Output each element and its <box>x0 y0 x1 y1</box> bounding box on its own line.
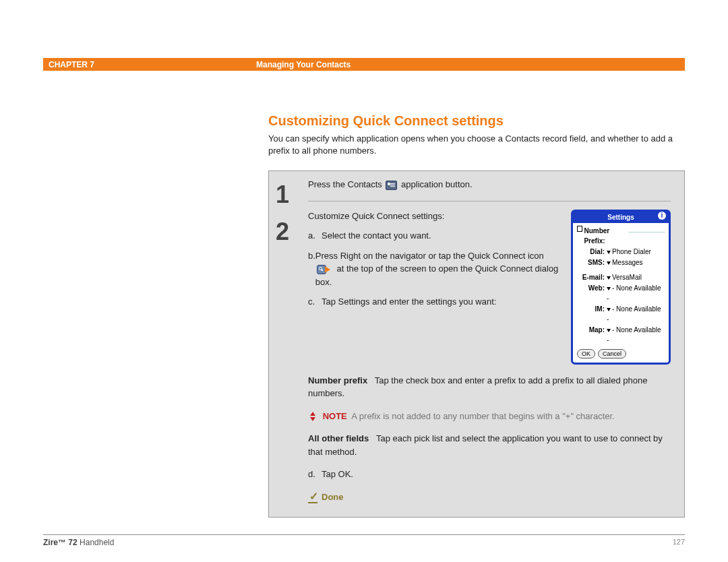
intro-text: You can specify which application opens … <box>268 133 685 157</box>
note-icon <box>308 412 317 421</box>
info-icon: i <box>658 212 666 220</box>
chapter-label: CHAPTER 7 <box>49 60 94 69</box>
page-number: 127 <box>673 538 685 547</box>
section-title: Customizing Quick Connect settings <box>268 113 685 129</box>
chevron-down-icon[interactable] <box>607 308 611 311</box>
email-value: VersaMail <box>612 274 642 281</box>
aof-inline-label: All other fields <box>308 433 369 443</box>
sub-b-letter: b. <box>308 249 315 289</box>
chevron-down-icon[interactable] <box>607 261 611 265</box>
step-1-a: Press the Contacts <box>308 179 384 189</box>
quick-connect-icon <box>317 265 333 274</box>
done-row: Done <box>308 491 671 504</box>
im-value: - None Available - <box>607 305 661 323</box>
done-check-icon <box>308 493 317 502</box>
sub-d-text: Tap OK. <box>322 468 353 481</box>
chevron-down-icon[interactable] <box>607 251 611 254</box>
sub-c-text: Tap Settings and enter the settings you … <box>322 295 496 309</box>
sub-b-2: at the top of the screen to open the Qui… <box>315 263 558 287</box>
note-text: A prefix is not added to any number that… <box>351 411 614 421</box>
step-2-text: Customize Quick Connect settings: a. Sel… <box>308 210 560 365</box>
dial-label: Dial: <box>577 247 607 257</box>
device-rest: Handheld <box>78 538 115 547</box>
sub-d-letter: d. <box>308 468 322 481</box>
cancel-button[interactable]: Cancel <box>598 349 626 358</box>
ok-button[interactable]: OK <box>577 349 595 358</box>
web-label: Web: <box>577 283 607 303</box>
step-number-2: 2 <box>276 215 308 251</box>
im-label: IM: <box>577 304 607 324</box>
page-header: CHAPTER 7 Managing Your Contacts <box>43 58 685 71</box>
done-text: Done <box>322 491 344 504</box>
step-2-lead: Customize Quick Connect settings: <box>308 210 560 223</box>
steps-box: 1 2 Press the Contacts application butto… <box>268 170 685 518</box>
sub-a-text: Select the contact you want. <box>322 229 431 243</box>
footer-device: Zire™ 72 Handheld <box>43 538 114 547</box>
sub-b-text: Press Right on the navigator or tap the … <box>315 249 560 289</box>
chevron-down-icon[interactable] <box>607 329 611 332</box>
all-other-fields-para: All other fields Tap each pick list and … <box>308 432 671 458</box>
sub-a-letter: a. <box>308 229 322 243</box>
web-value: - None Available - <box>607 284 661 302</box>
number-prefix-checkbox[interactable] <box>577 226 582 232</box>
content: Customizing Quick Connect settings You c… <box>268 113 685 518</box>
sms-value: Messages <box>612 259 643 266</box>
note-label: NOTE <box>323 411 347 421</box>
chevron-down-icon[interactable] <box>607 276 611 280</box>
sub-c-letter: c. <box>308 295 322 309</box>
contacts-icon <box>386 181 397 190</box>
device-bold: Zire™ 72 <box>43 538 78 547</box>
page-footer: Zire™ 72 Handheld 127 <box>43 534 685 547</box>
map-label: Map: <box>577 325 607 345</box>
number-prefix-row: Number Prefix: <box>577 226 665 246</box>
settings-screenshot: Settings i Number Prefix: Dial:Phone Dia… <box>571 210 671 365</box>
number-prefix-label: Number Prefix: <box>584 226 628 246</box>
step-1-b: application button. <box>401 179 473 189</box>
map-value: - None Available - <box>607 326 661 344</box>
settings-title: Settings <box>573 212 669 223</box>
dial-value: Phone Dialer <box>612 248 651 255</box>
step-1-text: Press the Contacts application button. <box>308 178 671 191</box>
step-numbers: 1 2 <box>269 171 308 517</box>
step-body: Press the Contacts application button. C… <box>308 171 684 517</box>
sms-label: SMS: <box>577 257 607 268</box>
email-label: E-mail: <box>577 272 607 282</box>
number-prefix-input[interactable] <box>629 226 665 232</box>
step-number-1: 1 <box>276 178 308 214</box>
section-label: Managing Your Contacts <box>256 60 351 69</box>
chevron-down-icon[interactable] <box>607 287 611 290</box>
sub-b-1: Press Right on the navigator or tap the … <box>315 251 544 261</box>
np-inline-label: Number prefix <box>308 375 367 385</box>
note-para: NOTE A prefix is not added to any number… <box>308 410 671 423</box>
number-prefix-para: Number prefix Tap the check box and ente… <box>308 374 671 400</box>
